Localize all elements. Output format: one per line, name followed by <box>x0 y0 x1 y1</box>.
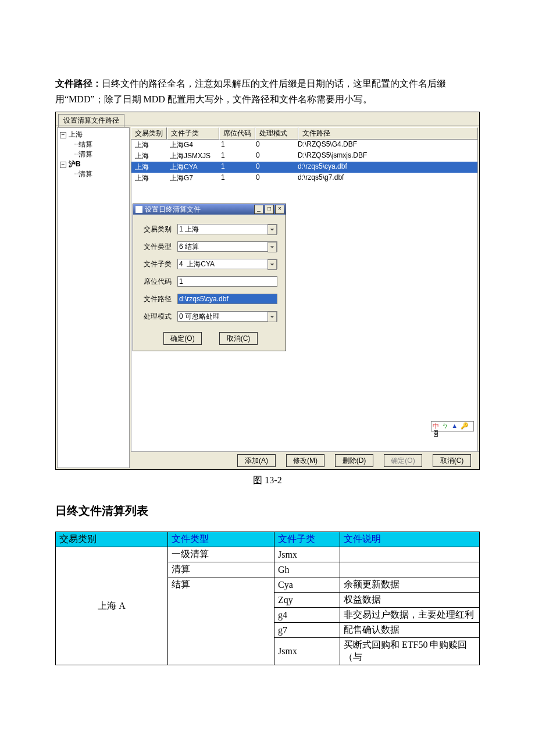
list-row[interactable]: 上海 上海G7 1 0 d:\rzqs5\g7.dbf <box>131 173 477 184</box>
app-icon <box>135 206 142 213</box>
config-screenshot: 设置清算文件路径 −上海 ┈结算 ┈清算 −沪B ┈清算 交易类别 文件子类 席… <box>55 112 480 470</box>
tab-settle-path[interactable]: 设置清算文件路径 <box>58 114 124 127</box>
listview-header: 交易类别 文件子类 席位代码 处理模式 文件路径 <box>131 127 478 140</box>
tree-node-hb-clear[interactable]: 清算 <box>79 170 92 178</box>
col-trade-type[interactable]: 交易类别 <box>131 127 167 140</box>
chevron-down-icon[interactable] <box>268 312 277 322</box>
delete-button[interactable]: 删除(D) <box>335 454 373 467</box>
th-file-type: 文件类型 <box>168 532 274 547</box>
dialog-titlebar[interactable]: 设置日终清算文件 _ □ × <box>133 204 286 215</box>
col-seat-code[interactable]: 席位代码 <box>219 127 255 140</box>
col-file-path[interactable]: 文件路径 <box>298 127 478 140</box>
table-row: 上海 A 一级清算 Jsmx <box>56 547 480 562</box>
list-row[interactable]: 上海 上海G4 1 0 D:\RZQS5\G4.DBF <box>131 140 477 151</box>
chevron-down-icon[interactable] <box>268 242 277 252</box>
ime-indicator[interactable]: 中 ㄅ ▲ 🔑 🗄 <box>431 421 474 432</box>
label-trade-type: 交易类别 <box>144 224 177 234</box>
add-button[interactable]: 添加(A) <box>237 454 276 467</box>
seat-code-input[interactable] <box>177 276 277 287</box>
maximize-icon[interactable]: □ <box>265 205 274 214</box>
col-proc-mode[interactable]: 处理模式 <box>255 127 298 140</box>
th-trade-type: 交易类别 <box>56 532 168 547</box>
th-file-subtype: 文件子类 <box>274 532 340 547</box>
trade-type-select[interactable] <box>177 224 277 234</box>
label-file-subtype: 文件子类 <box>144 259 177 269</box>
market-tree[interactable]: −上海 ┈结算 ┈清算 −沪B ┈清算 <box>57 127 130 468</box>
file-subtype-select[interactable] <box>177 259 277 269</box>
file-listview[interactable]: 交易类别 文件子类 席位代码 处理模式 文件路径 上海 上海G4 1 0 D:\… <box>131 127 478 454</box>
tree-node-hb[interactable]: 沪B <box>69 160 81 168</box>
dialog-ok-button[interactable]: 确定(O) <box>163 332 202 345</box>
proc-mode-select[interactable] <box>177 311 277 322</box>
tree-node-sh[interactable]: 上海 <box>69 130 83 138</box>
label-file-type: 文件类型 <box>144 242 177 252</box>
file-path-paragraph: 文件路径：日终文件的路径全名，注意如果解压的文件后缀是日期的话，这里配置的文件名… <box>55 76 480 107</box>
tab-strip: 设置清算文件路径 <box>56 112 479 126</box>
cancel-button[interactable]: 取消(C) <box>433 454 471 467</box>
dialog-cancel-button[interactable]: 取消(C) <box>219 332 258 345</box>
minimize-icon[interactable]: _ <box>254 205 263 214</box>
tree-node-sh-clear[interactable]: 清算 <box>79 150 92 158</box>
modify-button[interactable]: 修改(M) <box>286 454 324 467</box>
file-type-select[interactable] <box>177 241 277 252</box>
label-file-path: 文件路径 <box>144 294 177 304</box>
list-row-selected[interactable]: 上海 上海CYA 1 0 d:\rzqs5\cya.dbf <box>131 162 477 173</box>
tree-collapse-icon[interactable]: − <box>60 162 66 168</box>
file-path-input[interactable] <box>177 294 277 304</box>
label-seat-code: 席位代码 <box>144 277 177 287</box>
tree-collapse-icon[interactable]: − <box>60 132 66 138</box>
cell-market: 上海 A <box>56 547 168 665</box>
edit-file-dialog: 设置日终清算文件 _ □ × 交易类别 <box>133 204 286 351</box>
para-label: 文件路径： <box>55 79 102 88</box>
th-file-desc: 文件说明 <box>340 532 480 547</box>
dialog-title: 设置日终清算文件 <box>145 205 201 215</box>
eod-file-table: 交易类别 文件类型 文件子类 文件说明 上海 A 一级清算 Jsmx 清算 Gh… <box>55 532 480 665</box>
chevron-down-icon[interactable] <box>268 259 277 270</box>
section-heading: 日终文件清算列表 <box>55 503 480 519</box>
tree-node-sh-settle[interactable]: 结算 <box>79 140 92 148</box>
footer-bar: 添加(A) 修改(M) 删除(D) 确定(O) 取消(C) <box>131 451 479 469</box>
ok-button: 确定(O) <box>384 454 422 467</box>
figure-caption: 图 13-2 <box>55 475 480 487</box>
list-row[interactable]: 上海 上海JSMXJS 1 0 D:\RZQS5\jsmxjs.DBF <box>131 151 477 162</box>
col-file-subtype[interactable]: 文件子类 <box>167 127 219 140</box>
para-text: 日终文件的路径全名，注意如果解压的文件后缀是日期的话，这里配置的文件名后缀用“M… <box>55 79 446 104</box>
chevron-down-icon[interactable] <box>268 224 277 235</box>
close-icon[interactable]: × <box>275 205 284 214</box>
label-proc-mode: 处理模式 <box>144 312 177 322</box>
